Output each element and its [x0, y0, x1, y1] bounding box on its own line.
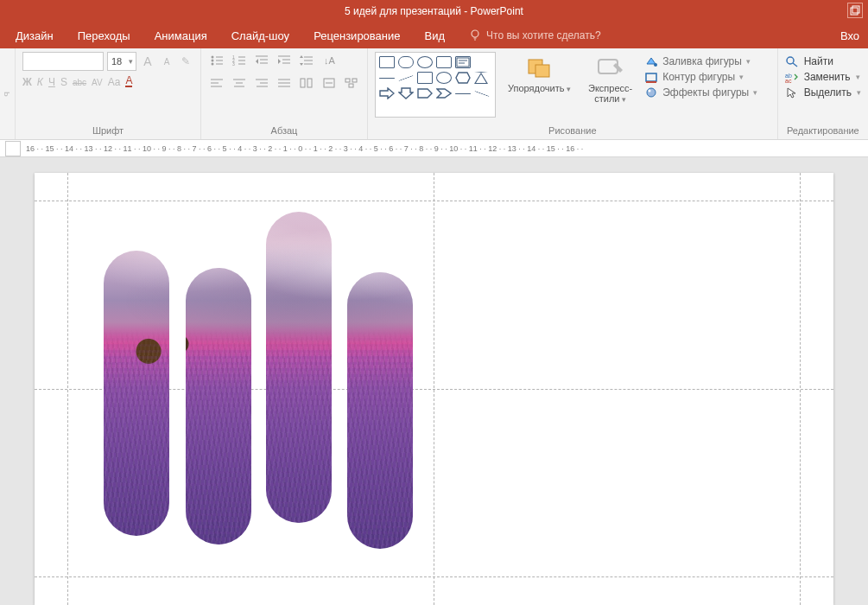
align-left-button[interactable] [208, 74, 225, 92]
shape-circle-icon[interactable] [436, 72, 452, 84]
char-spacing-button[interactable]: AV [92, 78, 103, 87]
select-label: Выделить [804, 86, 852, 99]
horizontal-ruler[interactable]: 16 · · 15 · · 14 · · 13 · · 12 · · 11 · … [0, 140, 868, 157]
ribbon: ь 18 A A ✎ Ж К Ч S abc AV Aa A Шрифт [0, 48, 868, 140]
arrange-label: Упорядочить [508, 83, 571, 94]
tab-transitions[interactable]: Переходы [66, 24, 143, 48]
tab-view[interactable]: Вид [413, 24, 458, 48]
group-font: 18 A A ✎ Ж К Ч S abc AV Aa A Шрифт [16, 48, 201, 139]
replace-icon: abac [785, 71, 799, 83]
align-center-button[interactable] [231, 74, 248, 92]
font-size-value: 18 [111, 56, 122, 67]
svg-point-66 [787, 57, 794, 64]
shape-format-tools: Заливка фигуры Контур фигуры Эффекты фиг… [644, 52, 757, 99]
shape-pentagon-icon[interactable] [417, 87, 433, 99]
shape-chevron-icon[interactable] [436, 87, 452, 99]
guide-horizontal-top[interactable] [35, 201, 833, 201]
font-name-combo[interactable] [22, 52, 104, 71]
shrink-font-button[interactable]: A [159, 54, 174, 69]
shape-diag-line-icon[interactable] [398, 75, 413, 81]
svg-rect-0 [851, 8, 858, 15]
svg-rect-43 [301, 79, 305, 87]
svg-rect-50 [457, 58, 469, 67]
svg-rect-49 [349, 84, 353, 87]
svg-text:ac: ac [785, 78, 792, 83]
align-right-button[interactable] [253, 74, 270, 92]
underline-button[interactable]: Ч [48, 76, 55, 88]
shape-triangle-icon[interactable] [474, 72, 488, 84]
tab-review[interactable]: Рецензирование [301, 24, 412, 48]
ruler-corner-icon [5, 141, 21, 156]
clear-format-button[interactable]: ✎ [178, 54, 193, 69]
font-color-button[interactable]: A [125, 77, 132, 87]
svg-rect-62 [646, 73, 656, 81]
shape-snip-icon[interactable] [436, 56, 452, 68]
shape-darrow-icon[interactable] [398, 87, 414, 99]
picture-shape-3[interactable] [266, 212, 332, 523]
tab-slideshow[interactable]: Слайд-шоу [219, 24, 301, 48]
inc-indent-button[interactable] [276, 52, 293, 69]
shape-outline-button[interactable]: Контур фигуры [644, 71, 757, 83]
svg-marker-70 [788, 88, 795, 98]
italic-button[interactable]: К [37, 76, 43, 88]
dec-indent-button[interactable] [253, 52, 270, 69]
shape-square-icon[interactable] [417, 72, 433, 84]
select-button[interactable]: Выделить [785, 86, 861, 99]
shape-fill-button[interactable]: Заливка фигуры [644, 55, 757, 67]
tab-animation[interactable]: Анимация [143, 24, 219, 48]
bulb-icon [469, 29, 481, 43]
svg-rect-48 [352, 79, 357, 82]
find-button[interactable]: Найти [785, 55, 861, 67]
svg-rect-59 [535, 65, 549, 77]
svg-text:3: 3 [232, 61, 235, 67]
picture-shape-1[interactable] [104, 251, 169, 536]
shape-ellipse-icon[interactable] [417, 56, 433, 68]
picture-shape-2[interactable] [186, 268, 251, 544]
columns-button[interactable] [298, 74, 315, 92]
shape-rarrow-icon[interactable] [379, 87, 395, 99]
guide-horizontal-bottom[interactable] [35, 576, 833, 577]
window-restore-icon[interactable] [847, 3, 863, 18]
shadow-button[interactable]: abc [73, 78, 86, 87]
shape-effects-button[interactable]: Эффекты фигуры [644, 86, 757, 99]
shape-textbox-icon[interactable] [455, 56, 471, 68]
svg-marker-20 [256, 59, 258, 64]
numbering-button[interactable]: 123 [231, 52, 248, 69]
line-spacing-button[interactable] [298, 52, 315, 69]
bold-button[interactable]: Ж [22, 76, 32, 88]
svg-marker-54 [380, 88, 394, 99]
shapes-gallery[interactable] [375, 52, 496, 118]
group-editing: Найти abac Заменить Выделить Редактирова… [778, 48, 868, 139]
slide-workspace[interactable] [0, 157, 868, 605]
svg-point-7 [212, 60, 214, 62]
slide-canvas[interactable] [35, 173, 833, 605]
text-direction-button[interactable]: ↓A [320, 52, 338, 69]
ribbon-cut-left: ь [0, 48, 16, 139]
font-size-combo[interactable]: 18 [107, 52, 136, 71]
svg-marker-55 [399, 88, 413, 99]
quick-styles-label: Экспресс- стили [588, 83, 632, 105]
quick-styles-button[interactable]: Экспресс- стили [583, 52, 637, 106]
align-text-vertical-button[interactable] [320, 74, 338, 92]
shape-connector-icon[interactable] [455, 93, 471, 94]
tab-design[interactable]: Дизайн [3, 24, 66, 48]
shape-rect-icon[interactable] [379, 56, 395, 68]
shape-elbow-icon[interactable] [474, 91, 489, 97]
shape-hex-icon[interactable] [455, 72, 471, 84]
grow-font-button[interactable]: A [140, 54, 155, 69]
arrange-button[interactable]: Упорядочить [503, 52, 576, 96]
shape-line-icon[interactable] [379, 78, 395, 79]
bullets-button[interactable] [208, 52, 225, 69]
strike-button[interactable]: S [60, 76, 67, 88]
change-case-button[interactable]: Aa [108, 76, 121, 88]
tell-me-search[interactable]: Что вы хотите сделать? [457, 29, 601, 43]
svg-point-64 [647, 88, 656, 97]
replace-button[interactable]: abac Заменить [785, 71, 861, 83]
svg-marker-28 [300, 55, 303, 58]
shape-roundrect-icon[interactable] [398, 56, 414, 68]
account-signin[interactable]: Вхо [828, 24, 865, 48]
smartart-button[interactable] [343, 74, 360, 92]
justify-button[interactable] [276, 74, 293, 92]
picture-shape-4[interactable] [347, 272, 413, 549]
group-paragraph-label: Абзац [208, 124, 360, 139]
